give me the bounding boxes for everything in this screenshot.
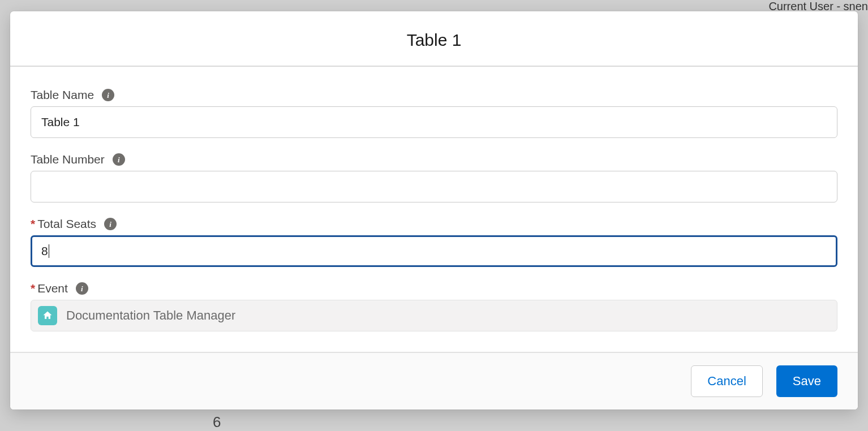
background-value: 6 xyxy=(213,413,221,431)
text-cursor xyxy=(49,244,49,258)
field-table-name: Table Name i xyxy=(31,88,837,138)
cancel-button[interactable]: Cancel xyxy=(691,365,762,397)
modal-body: Table Name i Table Number i *Total Seats… xyxy=(10,67,858,352)
table-name-input[interactable] xyxy=(31,106,837,138)
modal-footer: Cancel Save xyxy=(10,352,858,410)
total-seats-label-text: Total Seats xyxy=(37,217,96,230)
event-label-text: Event xyxy=(37,282,68,295)
field-label-table-number: Table Number i xyxy=(31,153,837,166)
edit-table-modal: Table 1 Table Name i Table Number i *Tot… xyxy=(10,11,858,410)
field-table-number: Table Number i xyxy=(31,153,837,202)
label-text-table-number: Table Number xyxy=(31,153,105,166)
event-lookup[interactable]: Documentation Table Manager xyxy=(31,300,837,331)
info-icon[interactable]: i xyxy=(102,89,114,101)
field-label-event: *Event i xyxy=(31,282,837,295)
required-indicator: * xyxy=(31,282,35,295)
field-total-seats: *Total Seats i 8 xyxy=(31,217,837,267)
label-text-table-name: Table Name xyxy=(31,88,94,102)
modal-header: Table 1 xyxy=(10,11,858,67)
label-text-total-seats: *Total Seats xyxy=(31,217,96,231)
required-indicator: * xyxy=(31,217,35,230)
event-lookup-value: Documentation Table Manager xyxy=(66,308,235,323)
table-number-input[interactable] xyxy=(31,171,837,202)
info-icon[interactable]: i xyxy=(113,153,125,166)
info-icon[interactable]: i xyxy=(104,218,117,230)
total-seats-value: 8 xyxy=(41,244,48,258)
save-button[interactable]: Save xyxy=(776,365,837,397)
info-icon[interactable]: i xyxy=(76,282,88,295)
label-text-event: *Event xyxy=(31,282,68,295)
event-home-icon xyxy=(38,306,57,325)
field-label-total-seats: *Total Seats i xyxy=(31,217,837,231)
total-seats-input[interactable]: 8 xyxy=(31,235,837,267)
field-event: *Event i Documentation Table Manager xyxy=(31,282,837,331)
modal-title: Table 1 xyxy=(24,31,844,50)
field-label-table-name: Table Name i xyxy=(31,88,837,102)
